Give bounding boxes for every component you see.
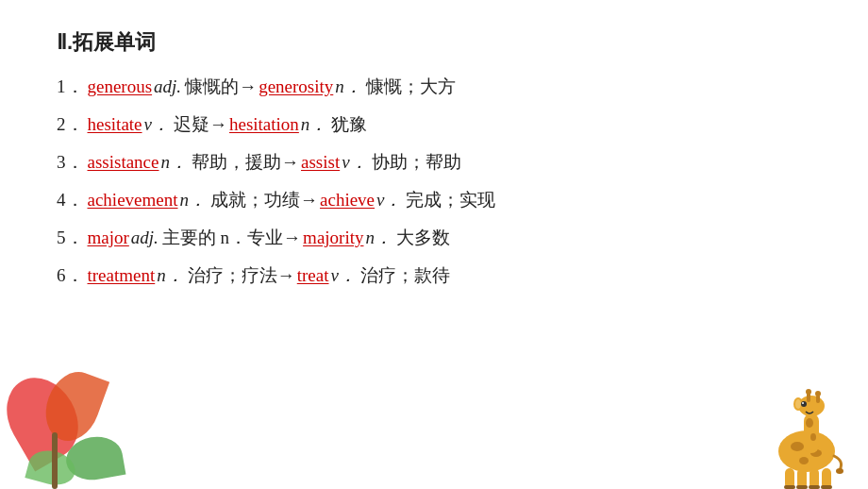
pos2: v． — [376, 183, 402, 217]
svg-point-6 — [810, 433, 816, 441]
item-number: 6． — [57, 259, 84, 293]
word2: generosity — [259, 70, 333, 104]
word1: assistance — [88, 145, 159, 179]
pos1: adj. — [154, 70, 181, 104]
pos2: n． — [335, 70, 362, 104]
word1: generous — [88, 70, 153, 104]
cn2: 慷慨；大方 — [366, 70, 456, 104]
item-number: 5． — [57, 221, 84, 255]
cn2: 完成；实现 — [406, 183, 495, 217]
word2: assist — [301, 145, 340, 179]
list-item: 6． treatment n． 治疗；疗法→ treat v． 治疗；款待 — [57, 259, 811, 293]
svg-point-3 — [799, 457, 809, 464]
cn2: 治疗；款待 — [360, 259, 450, 293]
item-number: 1． — [57, 70, 84, 104]
word1: major — [88, 221, 129, 255]
section-title: Ⅱ.拓展单词 — [57, 28, 811, 57]
cn1: 治疗；疗法→ — [188, 259, 295, 293]
list-item: 1． generous adj. 慷慨的→ generosity n． 慷慨；大… — [57, 70, 811, 104]
word1: achievement — [88, 183, 178, 217]
pos2: n． — [301, 108, 328, 142]
main-content: Ⅱ.拓展单词 1． generous adj. 慷慨的→ generosity … — [0, 0, 868, 316]
cn1: 慷慨的→ — [185, 70, 257, 104]
word1: hesitate — [88, 108, 142, 142]
svg-point-5 — [806, 418, 813, 428]
decoration-plant — [0, 376, 151, 489]
word2: hesitation — [229, 108, 299, 142]
svg-rect-21 — [796, 485, 808, 489]
item-number: 3． — [57, 145, 84, 179]
svg-rect-22 — [809, 485, 820, 489]
cn1: 迟疑→ — [174, 108, 227, 142]
item-number: 4． — [57, 183, 84, 217]
svg-point-11 — [806, 389, 811, 395]
giraffe-icon — [755, 366, 859, 489]
list-item: 4． achievement n． 成就；功绩→ achieve v． 完成；实… — [57, 183, 811, 217]
list-item: 3． assistance n． 帮助，援助→ assist v． 协助；帮助 — [57, 145, 811, 179]
pos1: adj. — [131, 221, 159, 255]
word2: treat — [297, 259, 329, 293]
word2: achieve — [320, 183, 375, 217]
cn1: 主要的 n．专业→ — [162, 221, 301, 255]
pos2: v． — [342, 145, 367, 179]
svg-point-14 — [801, 401, 807, 407]
decoration-giraffe — [755, 366, 859, 489]
pos2: v． — [331, 259, 357, 293]
svg-point-24 — [836, 468, 843, 474]
word1: treatment — [88, 259, 156, 293]
cn2: 协助；帮助 — [372, 145, 461, 179]
pos1: v． — [144, 108, 170, 142]
cn2: 犹豫 — [331, 108, 367, 142]
svg-point-13 — [815, 391, 821, 396]
pos1: n． — [157, 259, 184, 293]
svg-point-9 — [795, 399, 801, 409]
word-list: 1． generous adj. 慷慨的→ generosity n． 慷慨；大… — [57, 70, 811, 294]
cn2: 大多数 — [396, 221, 450, 255]
svg-rect-20 — [784, 485, 795, 489]
list-item: 2． hesitate v． 迟疑→ hesitation n． 犹豫 — [57, 108, 811, 142]
svg-point-1 — [791, 442, 804, 451]
svg-rect-23 — [821, 485, 832, 489]
word2: majority — [303, 221, 363, 255]
list-item: 5． major adj. 主要的 n．专业→ majority n． 大多数 — [57, 221, 811, 255]
pos2: n． — [366, 221, 393, 255]
cn1: 帮助，援助→ — [192, 145, 299, 179]
svg-point-15 — [802, 402, 804, 404]
cn1: 成就；功绩→ — [210, 183, 318, 217]
pos1: n． — [160, 145, 188, 179]
pos1: n． — [180, 183, 208, 217]
item-number: 2． — [57, 108, 84, 142]
